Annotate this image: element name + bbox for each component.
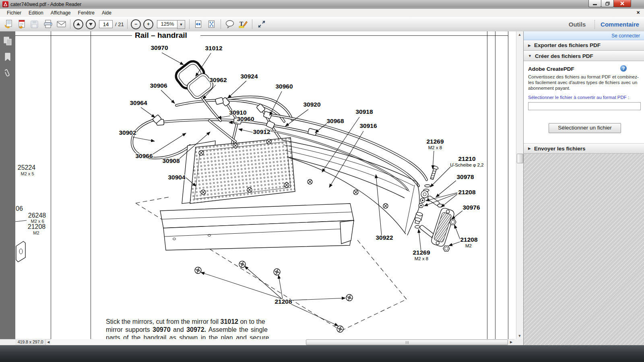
menu-aide[interactable]: Aide <box>98 9 115 16</box>
part-label: 30960 <box>275 83 293 90</box>
scrollbar-corner <box>514 339 523 345</box>
tab-outils[interactable]: Outils <box>563 21 592 28</box>
fullscreen-button[interactable] <box>256 19 267 29</box>
page-thumbnails-icon[interactable] <box>3 36 12 46</box>
fit-page-button[interactable] <box>206 19 217 29</box>
scroll-up-icon[interactable]: ▲ <box>516 31 523 38</box>
attachments-icon[interactable] <box>3 68 12 78</box>
part-label: 30966 <box>135 152 153 159</box>
bookmarks-icon[interactable] <box>3 52 12 62</box>
zoom-level-value[interactable]: 125% <box>157 20 178 28</box>
hex-nut <box>443 246 450 251</box>
page-title: Rail – handrail <box>135 31 187 39</box>
part-label: U-Scheibe φ 2,2 <box>450 162 484 167</box>
scroll-down-icon[interactable]: ▼ <box>516 333 523 339</box>
scroll-left-icon[interactable]: ◀ <box>46 339 51 345</box>
part-label: 30906 <box>150 82 167 89</box>
part-label: M2 x 8 <box>428 145 442 150</box>
toolbar: / 21 − + 125% ▼ T Outils Commentaire <box>0 17 644 32</box>
menu-fichier[interactable]: Fichier <box>3 9 25 16</box>
part-label: 30964 <box>130 99 147 106</box>
window-title: cater740wed.pdf - Adobe Reader <box>10 2 81 7</box>
createpdf-title: Adobe CreatePDF <box>528 66 574 72</box>
scroll-right-icon[interactable]: ▶ <box>508 339 514 345</box>
zoom-out-button[interactable]: − <box>130 19 141 29</box>
section-create-pdf[interactable]: ▼ Créer des fichiers PDF <box>524 51 644 61</box>
body-text-line: mirror supports 30970 and 30972. Assembl… <box>106 326 285 334</box>
part-label: 06 <box>16 205 23 212</box>
adobe-reader-window: cater740wed.pdf - Adobe Reader Fichier E… <box>0 0 644 362</box>
document-canvas[interactable]: Rail – handrail 309703101230962309243090… <box>15 31 516 339</box>
create-pdf-button[interactable] <box>16 19 27 29</box>
panel-empty-area <box>524 154 644 345</box>
hex-nut <box>450 219 456 225</box>
part-label: M2 <box>33 230 39 235</box>
base-console <box>160 204 354 250</box>
section-send-files[interactable]: ▶ Envoyer les fichiers <box>524 143 644 154</box>
part-label: 31012 <box>205 45 222 51</box>
fit-width-button[interactable] <box>193 19 204 29</box>
print-button[interactable] <box>43 19 54 29</box>
part-label: 21208 <box>275 298 292 305</box>
part-label: 21208 <box>460 236 477 243</box>
part-label: M2 x 8 <box>415 256 429 261</box>
part-label: 30912 <box>253 128 270 135</box>
horizontal-scroll-thumb[interactable] <box>306 339 508 345</box>
part-label: 30968 <box>326 117 344 124</box>
part-label: 21208 <box>28 223 46 230</box>
vertical-scroll-thumb[interactable] <box>517 154 523 163</box>
part-label: 21269 <box>413 249 430 256</box>
help-icon[interactable]: ? <box>620 65 627 72</box>
section-export-pdf[interactable]: ▶ Exporter des fichiers PDF <box>524 40 644 51</box>
tools-panel: Se connecter ▶ Exporter des fichiers PDF… <box>523 31 644 345</box>
createpdf-description: Convertissez des fichiers au format PDF … <box>528 74 642 91</box>
zoom-dropdown-arrow[interactable]: ▼ <box>177 20 185 29</box>
pdf-app-icon <box>2 1 8 7</box>
close-button[interactable] <box>613 0 631 7</box>
part-label: 30922 <box>376 234 393 241</box>
page-number-input[interactable] <box>99 20 113 28</box>
page-size-label: 419.8 x 297.0 mm <box>15 339 46 345</box>
sticky-note-button[interactable] <box>224 19 235 29</box>
page-count-label: / 21 <box>115 21 124 27</box>
highlight-text-button[interactable]: T <box>237 19 248 29</box>
vertical-scrollbar[interactable] <box>516 31 523 339</box>
part-label: 30918 <box>355 108 373 115</box>
title-bar: cater740wed.pdf - Adobe Reader <box>0 0 644 9</box>
tab-commentaire[interactable]: Commentaire <box>597 21 642 28</box>
select-file-label: Sélectionner le fichier à convertir au f… <box>528 95 629 100</box>
menu-fenetre[interactable]: Fenêtre <box>74 9 98 16</box>
menu-edition[interactable]: Edition <box>25 9 47 16</box>
part-label: 30960 <box>237 115 254 122</box>
sign-in-link[interactable]: Se connecter <box>611 33 640 39</box>
email-button[interactable] <box>56 19 67 29</box>
part-label: 30910 <box>229 109 246 116</box>
chevron-right-icon: ▶ <box>528 43 531 47</box>
previous-page-button[interactable] <box>73 19 84 29</box>
part-label: 30902 <box>119 129 136 136</box>
chevron-down-icon: ▼ <box>528 54 532 58</box>
part-label: 30908 <box>162 157 180 164</box>
minimize-button[interactable] <box>588 0 601 7</box>
part-label: 30904 <box>168 174 185 181</box>
sign-in-bar: Se connecter <box>524 31 644 40</box>
part-label: 30920 <box>303 101 320 108</box>
horizontal-scrollbar[interactable] <box>51 339 508 345</box>
zoom-in-button[interactable]: + <box>143 19 154 29</box>
next-page-button[interactable] <box>85 19 96 29</box>
body-text: Stick the mirrors, cut from the mirror f… <box>106 318 285 339</box>
file-path-input[interactable] <box>528 102 641 110</box>
navigation-pane <box>0 31 16 345</box>
part-label: 30970 <box>151 44 168 51</box>
maximize-button[interactable] <box>601 0 614 7</box>
step-pad-assembly <box>414 165 456 251</box>
part-label: 30976 <box>462 204 480 211</box>
open-file-button[interactable] <box>3 19 14 29</box>
handrail-diagram: Rail – handrail 309703101230962309243090… <box>15 31 516 339</box>
part-label: 30916 <box>359 122 377 129</box>
menubar-close-icon[interactable]: ✕ <box>636 10 640 15</box>
select-file-button[interactable]: Sélectionner un fichier <box>549 123 621 133</box>
taskbar: hp FR 22:45 10/12/2013 <box>0 345 644 362</box>
menu-affichage[interactable]: Affichage <box>47 9 74 16</box>
part-label: 25224 <box>18 164 36 171</box>
